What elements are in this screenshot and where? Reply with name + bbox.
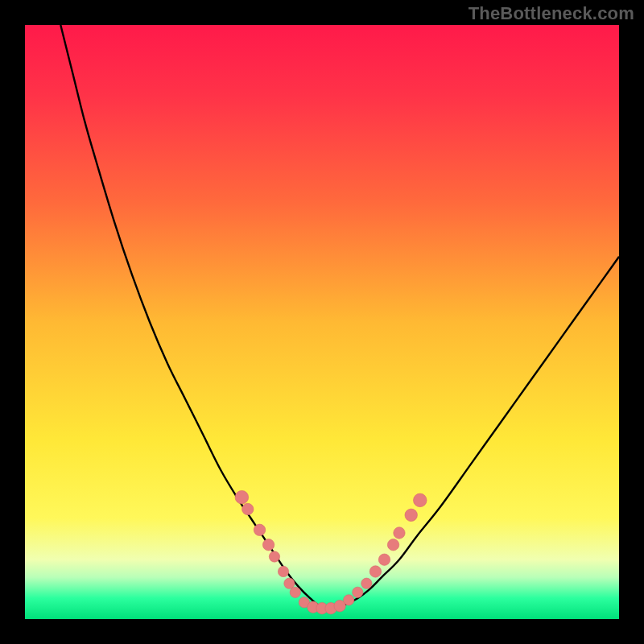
data-marker (269, 551, 279, 562)
heatmap-gradient (25, 25, 619, 619)
data-marker (353, 587, 363, 597)
data-marker (284, 578, 295, 588)
data-marker (405, 509, 418, 522)
data-marker (387, 539, 398, 551)
data-marker (242, 503, 254, 514)
data-marker (394, 527, 405, 539)
data-marker (369, 566, 381, 577)
data-marker (378, 554, 390, 565)
chart-frame: TheBottleneck.com (0, 0, 644, 644)
data-marker (361, 578, 372, 588)
data-marker (290, 587, 300, 597)
data-marker (262, 539, 274, 551)
watermark-text: TheBottleneck.com (469, 3, 634, 24)
chart-svg (25, 25, 619, 619)
data-marker (235, 490, 249, 504)
data-marker (278, 566, 288, 576)
plot-area (25, 25, 619, 619)
data-marker (344, 595, 354, 605)
data-marker (254, 524, 265, 535)
data-marker (413, 493, 427, 507)
